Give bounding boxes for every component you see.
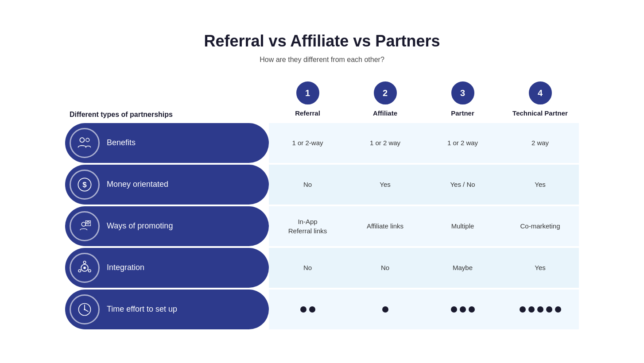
- main-container: Referral vs Affiliate vs Partners How ar…: [56, 14, 588, 349]
- dot: [309, 306, 315, 313]
- row-label-2: Ways of promoting: [65, 206, 269, 246]
- col-header-0: 1 Referral: [269, 81, 346, 123]
- col-header-2: 3 Partner: [424, 81, 501, 123]
- col-number-2: 3: [451, 81, 474, 104]
- svg-point-19: [84, 309, 85, 310]
- dots-4-2: [451, 306, 475, 313]
- col-header-1: 2 Affiliate: [346, 81, 424, 123]
- row-label-0: Benefits: [65, 123, 269, 163]
- dot: [460, 306, 466, 313]
- col-number-3: 4: [529, 81, 552, 104]
- data-row-3: Integration NoNoMaybeYes: [65, 248, 579, 288]
- col-title-1: Affiliate: [373, 109, 397, 118]
- row-label-4: Time effort to set up: [65, 290, 269, 329]
- dot: [469, 306, 475, 313]
- page-title: Referral vs Affiliate vs Partners: [65, 32, 579, 50]
- dot: [555, 306, 561, 313]
- cell-3-0: No: [269, 248, 346, 288]
- comparison-table: Different types of partnerships 1 Referr…: [65, 81, 579, 329]
- cell-4-1: [346, 290, 424, 329]
- cell-1-0: No: [269, 165, 346, 205]
- dot: [520, 306, 526, 313]
- row-label-1: $ Money orientated: [65, 165, 269, 205]
- row-label-text-2: Ways of promoting: [107, 221, 173, 231]
- col-header-3: 4 Technical Partner: [501, 81, 579, 123]
- row-label-text-3: Integration: [107, 263, 144, 272]
- dots-4-3: [520, 306, 561, 313]
- row-icon-1: $: [70, 170, 100, 200]
- dot: [382, 306, 388, 313]
- cell-0-0: 1 or 2-way: [269, 123, 346, 163]
- row-icon-3: [70, 253, 100, 283]
- svg-point-10: [83, 261, 86, 264]
- svg-point-11: [88, 270, 91, 272]
- dot: [546, 306, 552, 313]
- col-title-3: Technical Partner: [512, 109, 568, 118]
- cell-3-1: No: [346, 248, 424, 288]
- cell-1-3: Yes: [501, 165, 579, 205]
- col-title-2: Partner: [451, 109, 474, 118]
- row-label-text-0: Benefits: [107, 138, 136, 147]
- cell-3-2: Maybe: [424, 248, 501, 288]
- data-row-0: Benefits 1 or 2-way1 or 2 way1 or 2 way2…: [65, 123, 579, 163]
- data-row-1: $ Money orientated NoYesYes / NoYes: [65, 165, 579, 205]
- dots-4-1: [382, 306, 388, 313]
- dot: [451, 306, 457, 313]
- table-header: Different types of partnerships 1 Referr…: [65, 81, 579, 123]
- row-label-text-4: Time effort to set up: [107, 305, 177, 314]
- row-icon-4: [70, 294, 100, 324]
- cell-2-2: Multiple: [424, 206, 501, 246]
- data-row-4: Time effort to set up: [65, 290, 579, 329]
- cell-4-2: [424, 290, 501, 329]
- cell-2-1: Affiliate links: [346, 206, 424, 246]
- svg-point-1: [86, 138, 89, 142]
- cell-0-2: 1 or 2 way: [424, 123, 501, 163]
- dot: [300, 306, 306, 313]
- col-title-0: Referral: [295, 109, 320, 118]
- row-icon-2: [70, 211, 100, 241]
- svg-point-9: [83, 266, 86, 269]
- row-label-text-1: Money orientated: [107, 180, 168, 189]
- svg-point-4: [81, 222, 85, 226]
- header-label: Different types of partnerships: [65, 111, 269, 123]
- svg-point-0: [80, 138, 84, 142]
- col-number-1: 2: [374, 81, 397, 104]
- cell-0-1: 1 or 2 way: [346, 123, 424, 163]
- dot: [528, 306, 535, 313]
- dot: [537, 306, 543, 313]
- row-label-3: Integration: [65, 248, 269, 288]
- dots-4-0: [300, 306, 315, 313]
- svg-point-12: [78, 270, 81, 272]
- cell-4-3: [501, 290, 579, 329]
- data-row-2: Ways of promoting In-AppReferral linksAf…: [65, 206, 579, 246]
- cell-3-3: Yes: [501, 248, 579, 288]
- svg-text:$: $: [82, 180, 87, 189]
- cell-2-3: Co-marketing: [501, 206, 579, 246]
- cell-1-2: Yes / No: [424, 165, 501, 205]
- cell-2-0: In-AppReferral links: [269, 206, 346, 246]
- row-icon-0: [70, 128, 100, 158]
- cell-1-1: Yes: [346, 165, 424, 205]
- cell-0-3: 2 way: [501, 123, 579, 163]
- cell-4-0: [269, 290, 346, 329]
- page-subtitle: How are they different from each other?: [65, 56, 579, 64]
- col-number-0: 1: [296, 81, 319, 104]
